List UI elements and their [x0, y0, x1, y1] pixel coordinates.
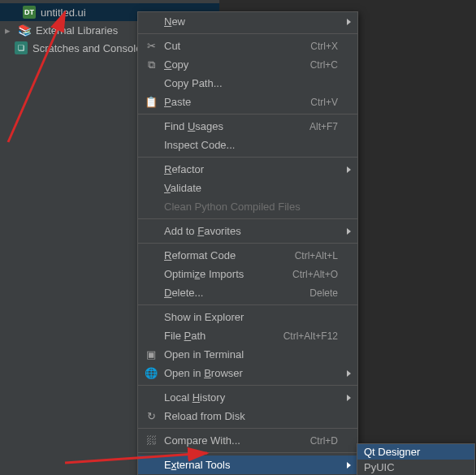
menu-separator [138, 33, 357, 34]
menu-item-label: Paste [164, 96, 304, 108]
menu-item-label: Validate [164, 182, 338, 194]
external-tools-submenu: Qt DesignerPyUIC [357, 443, 475, 475]
menu-item-copypath[interactable]: Copy Path... [138, 74, 357, 93]
menu-item-label: Open in Terminal [164, 348, 338, 361]
copy-icon: ⧉ [145, 58, 158, 71]
library-icon: 📚 [18, 24, 31, 37]
menu-item-filepath[interactable]: File PathCtrl+Alt+F12 [138, 326, 357, 345]
menu-separator [138, 243, 357, 244]
menu-shortcut: Ctrl+V [310, 97, 338, 108]
menu-shortcut: Ctrl+Alt+O [292, 269, 338, 280]
tree-item-label: External Libraries [36, 24, 118, 37]
menu-item-browser[interactable]: 🌐Open in Browser [138, 364, 357, 382]
menu-item-paste[interactable]: 📋PasteCtrl+V [138, 93, 357, 111]
menu-shortcut: Ctrl+Alt+L [295, 250, 338, 261]
menu-item-findusages[interactable]: Find UsagesAlt+F7 [138, 117, 357, 136]
menu-shortcut: Ctrl+D [310, 435, 338, 447]
menu-item-label: Compare With... [164, 434, 304, 447]
menu-item-label: Local History [164, 391, 338, 404]
menu-separator [138, 157, 357, 158]
menu-item-label: Cut [164, 40, 304, 52]
expand-arrow-icon: ▸ [5, 24, 13, 37]
favorites-icon [145, 225, 158, 238]
menu-shortcut: Delete [309, 287, 338, 299]
submenu-arrow-icon [347, 166, 351, 173]
menu-item-history[interactable]: Local History [138, 388, 357, 407]
reload-icon: ↻ [145, 410, 158, 423]
submenu-arrow-icon [347, 462, 351, 469]
cut-icon: ✂ [145, 40, 158, 53]
menu-item-inspect[interactable]: Inspect Code... [138, 136, 357, 154]
menu-item-label: Show in Explorer [164, 311, 338, 323]
menu-item-label: Copy [164, 58, 304, 71]
menu-separator [138, 452, 357, 453]
new-icon [145, 15, 158, 28]
menu-item-reload[interactable]: ↻Reload from Disk [138, 407, 357, 425]
submenu-item-label: PyUIC [364, 461, 455, 473]
tree-item-label: untitled.ui [41, 6, 86, 19]
menu-item-label: Open in Browser [164, 367, 338, 379]
menu-item-label: Copy Path... [164, 77, 338, 89]
menu-item-label: Find Usages [164, 120, 303, 132]
terminal-icon: ▣ [145, 348, 158, 361]
prev-item-fragment [0, 0, 219, 2]
menu-item-delete[interactable]: Delete...Delete [138, 283, 357, 302]
filepath-icon [145, 330, 158, 343]
menu-separator [138, 218, 357, 219]
menu-item-reformat[interactable]: Reformat CodeCtrl+Alt+L [138, 246, 357, 265]
menu-item-copy[interactable]: ⧉CopyCtrl+C [138, 55, 357, 74]
validate-icon [145, 182, 158, 195]
menu-shortcut: Ctrl+Alt+F12 [283, 330, 338, 342]
submenu-arrow-icon [347, 228, 351, 235]
menu-separator [138, 385, 357, 386]
inspect-icon [145, 139, 158, 152]
menu-item-label: Reload from Disk [164, 410, 338, 422]
menu-separator [138, 428, 357, 429]
submenu-arrow-icon [347, 19, 351, 25]
menu-item-favorites[interactable]: Add to Favorites [138, 222, 357, 240]
reformat-icon [145, 249, 158, 262]
menu-item-label: Reformat Code [164, 249, 288, 261]
menu-item-label: Optimize Imports [164, 268, 286, 280]
menu-shortcut: Ctrl+C [310, 59, 338, 71]
submenu-item-label: Qt Designer [364, 446, 455, 458]
external-icon [145, 459, 158, 472]
submenu-item-pyuic[interactable]: PyUIC [357, 460, 474, 475]
menu-item-external[interactable]: External Tools [138, 456, 357, 474]
menu-separator [138, 304, 357, 305]
paste-icon: 📋 [145, 96, 158, 109]
menu-item-label: Delete... [164, 287, 303, 299]
menu-item-clean: Clean Python Compiled Files [138, 197, 357, 216]
submenu-item-qtdesigner[interactable]: Qt Designer [357, 444, 474, 460]
ui-file-icon: DT [23, 6, 36, 19]
explorer-icon [145, 311, 158, 324]
menu-item-validate[interactable]: Validate [138, 179, 357, 197]
menu-item-label: New [164, 15, 338, 28]
menu-item-new[interactable]: New [138, 12, 357, 31]
menu-item-explorer[interactable]: Show in Explorer [138, 308, 357, 326]
menu-item-label: Refactor [164, 163, 338, 175]
menu-item-compare[interactable]: ⛆Compare With...Ctrl+D [138, 431, 357, 450]
history-icon [145, 391, 158, 404]
menu-item-optimize[interactable]: Optimize ImportsCtrl+Alt+O [138, 265, 357, 283]
submenu-arrow-icon [347, 370, 351, 377]
menu-shortcut: Alt+F7 [309, 121, 338, 132]
compare-icon: ⛆ [145, 434, 158, 447]
delete-icon [145, 287, 158, 300]
tree-item-label: Scratches and Consoles [32, 42, 147, 54]
menu-item-refactor[interactable]: Refactor [138, 160, 357, 179]
menu-shortcut: Ctrl+X [310, 41, 338, 52]
optimize-icon [145, 268, 158, 281]
browser-icon: 🌐 [145, 367, 158, 380]
menu-separator [138, 114, 357, 114]
findusages-icon [145, 120, 158, 133]
menu-item-label: Clean Python Compiled Files [164, 201, 338, 213]
menu-item-label: Inspect Code... [164, 139, 338, 151]
context-menu: New✂CutCtrl+X⧉CopyCtrl+CCopy Path...📋Pas… [137, 11, 358, 475]
menu-item-label: External Tools [164, 459, 338, 471]
menu-item-cut[interactable]: ✂CutCtrl+X [138, 37, 357, 55]
copypath-icon [145, 77, 158, 90]
menu-item-label: File Path [164, 330, 277, 342]
clean-icon [145, 201, 158, 214]
menu-item-terminal[interactable]: ▣Open in Terminal [138, 345, 357, 364]
